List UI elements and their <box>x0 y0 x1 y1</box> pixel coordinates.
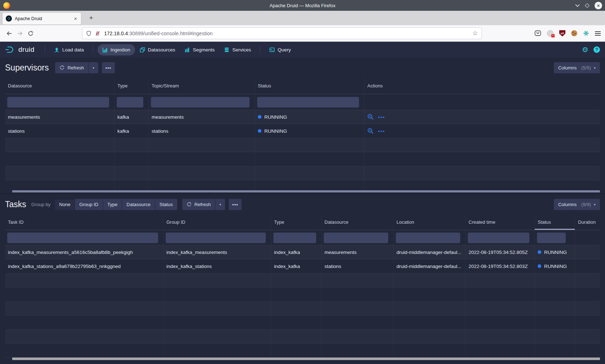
empty-row <box>5 138 600 152</box>
tasks-refresh-button[interactable]: Refresh <box>182 199 215 210</box>
created-time-filter-input[interactable] <box>468 232 529 243</box>
status-cell: RUNNING <box>535 245 575 259</box>
shield-icon[interactable] <box>86 31 91 36</box>
location-filter-input[interactable] <box>396 232 460 243</box>
maximize-icon[interactable] <box>585 3 590 8</box>
tasks-refresh-caret[interactable]: ▾ <box>215 199 225 210</box>
pocket-icon[interactable] <box>534 30 541 36</box>
supervisors-more-button[interactable]: ••• <box>102 62 115 73</box>
url-path: :30899/unified-console.html#ingestion <box>128 31 212 36</box>
refresh-label: Refresh <box>67 65 84 70</box>
window-titlebar: Apache Druid — Mozilla Firefox × <box>0 0 605 11</box>
nav-item-label: Segments <box>193 47 215 53</box>
type-cell: kafka <box>115 124 149 138</box>
group-id-filter-input[interactable] <box>166 232 266 243</box>
supervisors-refresh-button[interactable]: Refresh <box>55 62 88 73</box>
scrollbar-thumb[interactable] <box>12 358 600 360</box>
row-more-actions-icon[interactable]: ••• <box>378 114 385 120</box>
group-by-status-button[interactable]: Status <box>155 199 177 210</box>
task-row[interactable]: index_kafka_measurements_a5616c5ba8afb8b… <box>5 245 600 259</box>
reload-button[interactable] <box>25 28 36 39</box>
group-by-type-button[interactable]: Type <box>103 199 122 210</box>
inspect-magnifier-icon[interactable] <box>367 114 374 120</box>
supervisors-horizontal-scrollbar[interactable] <box>5 190 600 193</box>
extension-disabled-icon[interactable] <box>547 30 554 37</box>
nav-item-ingestion[interactable]: Ingestion <box>98 44 135 55</box>
tasks-horizontal-scrollbar[interactable] <box>5 358 600 360</box>
window-close-icon[interactable]: × <box>595 2 602 9</box>
datasource-filter-input[interactable] <box>324 232 388 243</box>
brand-name: druid <box>18 46 35 54</box>
nav-item-segments[interactable]: Segments <box>180 44 219 55</box>
empty-row <box>5 152 600 166</box>
column-header[interactable]: Group ID <box>163 214 271 230</box>
supervisors-columns-button[interactable]: Columns(5/5) ▾ <box>554 62 600 73</box>
tasks-columns-button[interactable]: Columns(9/9) ▾ <box>554 199 600 210</box>
column-header[interactable]: Duration <box>575 214 600 230</box>
caret-down-icon: ▾ <box>594 203 596 206</box>
column-header[interactable]: Status <box>255 78 364 94</box>
task-row[interactable]: index_kafka_stations_a9a679b22795b63_nnk… <box>5 259 600 273</box>
topic-filter-input[interactable] <box>151 97 250 108</box>
column-header[interactable]: Task ID <box>5 214 163 230</box>
column-header[interactable]: Datasource <box>5 78 115 94</box>
column-header[interactable]: Type <box>271 214 322 230</box>
nav-item-datasources[interactable]: Datasources <box>135 44 180 55</box>
druid-logo[interactable]: druid <box>5 46 35 54</box>
nav-item-query[interactable]: Query <box>265 44 296 55</box>
nav-item-load-data[interactable]: Load data <box>49 44 89 55</box>
url-bar[interactable]: 172.18.0.4:30899/unified-console.html#in… <box>82 27 482 39</box>
empty-row <box>5 315 600 329</box>
column-header[interactable]: Datasource <box>322 214 394 230</box>
settings-gear-icon[interactable]: ⚙ <box>582 46 588 53</box>
cookie-extension-icon[interactable] <box>571 30 577 36</box>
row-more-actions-icon[interactable]: ••• <box>378 128 385 134</box>
column-header[interactable]: Location <box>394 214 466 230</box>
datasource-filter-input[interactable] <box>7 97 109 108</box>
type-filter-input[interactable] <box>273 232 316 243</box>
group-by-datasource-button[interactable]: Datasource <box>122 199 154 210</box>
task-id-filter-input[interactable] <box>7 232 158 243</box>
status-text: RUNNING <box>264 128 287 134</box>
group-by-group-id-button[interactable]: Group ID <box>75 199 103 210</box>
nav-item-label: Services <box>232 47 251 53</box>
column-header[interactable]: Created time <box>466 214 535 230</box>
supervisor-row[interactable]: measurements kafka measurements RUNNING … <box>5 110 600 124</box>
scrollbar-thumb[interactable] <box>12 190 600 192</box>
inspect-magnifier-icon[interactable] <box>367 128 374 134</box>
ublock-origin-icon[interactable]: uO <box>559 30 565 37</box>
column-header[interactable]: Type <box>115 78 149 94</box>
new-tab-button[interactable]: + <box>86 13 97 23</box>
extension-sparkle-icon[interactable] <box>583 30 589 36</box>
column-header[interactable]: Topic/Stream <box>149 78 255 94</box>
column-header-sorted[interactable]: Status <box>535 214 575 230</box>
supervisors-table: Datasource Type Topic/Stream Status Acti… <box>5 78 600 190</box>
status-dot <box>538 250 541 254</box>
tasks-header-row: Task ID Group ID Type Datasource Locatio… <box>5 214 600 230</box>
url-host: 172.18.0.4 <box>104 31 128 36</box>
nav-divider <box>260 46 260 53</box>
help-icon[interactable]: ? <box>593 46 600 53</box>
status-filter-input[interactable] <box>257 97 359 108</box>
bookmark-star-icon[interactable]: ☆ <box>472 29 478 37</box>
nav-item-services[interactable]: Services <box>219 44 256 55</box>
empty-row <box>5 343 600 358</box>
column-header[interactable]: Actions <box>364 78 600 94</box>
minimize-icon[interactable] <box>575 4 580 7</box>
tab-close-icon[interactable]: × <box>73 15 78 22</box>
group-id-cell: index_kafka_stations <box>163 259 271 273</box>
forward-button[interactable] <box>14 28 25 39</box>
menu-icon[interactable] <box>595 30 601 37</box>
status-cell: RUNNING <box>255 124 364 138</box>
status-filter-input[interactable] <box>537 232 566 243</box>
tasks-more-button[interactable]: ••• <box>229 199 242 210</box>
url-text[interactable]: 172.18.0.4:30899/unified-console.html#in… <box>104 31 472 36</box>
supervisors-refresh-caret[interactable]: ▾ <box>89 62 98 73</box>
insecure-lock-icon[interactable] <box>95 31 100 36</box>
browser-tab[interactable]: Apache Druid × <box>3 13 81 24</box>
group-by-none-button[interactable]: None <box>55 199 75 210</box>
tasks-header: Tasks Group by None Group ID Type Dataso… <box>0 194 605 214</box>
back-button[interactable] <box>4 28 14 39</box>
type-filter-input[interactable] <box>117 97 143 108</box>
supervisor-row[interactable]: stations kafka stations RUNNING ••• <box>5 124 600 138</box>
